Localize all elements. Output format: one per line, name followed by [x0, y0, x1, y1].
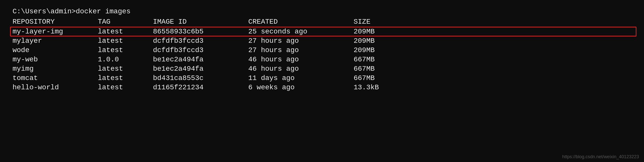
cell-size: 209MB	[354, 37, 404, 45]
cell-created: 27 hours ago	[248, 46, 354, 54]
cell-repo: my-web	[13, 56, 98, 63]
cell-size: 667MB	[354, 56, 404, 63]
cell-size: 667MB	[354, 74, 404, 82]
cell-repo: myimg	[13, 65, 98, 73]
terminal: C:\Users\admin>docker images REPOSITORY …	[0, 0, 644, 162]
cell-tag: latest	[98, 84, 153, 91]
table-header: REPOSITORY TAG IMAGE ID CREATED SIZE	[13, 18, 631, 26]
cell-tag: latest	[98, 37, 153, 45]
header-tag: TAG	[98, 18, 153, 26]
table-row: myimg latest be1ec2a494fa 46 hours ago 6…	[13, 65, 631, 73]
table-row: wode latest dcfdfb3fccd3 27 hours ago 20…	[13, 46, 631, 54]
cell-repo: my-layer-img	[13, 28, 98, 35]
cell-image-id: dcfdfb3fccd3	[153, 46, 248, 54]
header-repo: REPOSITORY	[13, 18, 98, 26]
cell-tag: 1.0.0	[98, 56, 153, 63]
watermark: https://blog.csdn.net/weixin_40123223	[562, 154, 639, 159]
cell-image-id: be1ec2a494fa	[153, 65, 248, 73]
cell-created: 25 seconds ago	[248, 28, 354, 35]
table-row: my-web 1.0.0 be1ec2a494fa 46 hours ago 6…	[13, 56, 631, 63]
cell-image-id: be1ec2a494fa	[153, 56, 248, 63]
cell-created: 27 hours ago	[248, 37, 354, 45]
command-line: C:\Users\admin>docker images	[13, 8, 631, 15]
table-body: my-layer-img latest 86558933c6b5 25 seco…	[13, 28, 631, 91]
cell-image-id: d1165f221234	[153, 84, 248, 91]
table-row: my-layer-img latest 86558933c6b5 25 seco…	[13, 28, 631, 35]
header-created: CREATED	[248, 18, 354, 26]
cell-repo: tomcat	[13, 74, 98, 82]
cell-repo: mylayer	[13, 37, 98, 45]
cell-created: 46 hours ago	[248, 65, 354, 73]
cell-tag: latest	[98, 46, 153, 54]
cell-repo: wode	[13, 46, 98, 54]
cell-size: 667MB	[354, 65, 404, 73]
table-row: mylayer latest dcfdfb3fccd3 27 hours ago…	[13, 37, 631, 45]
table-row: hello-world latest d1165f221234 6 weeks …	[13, 84, 631, 91]
cell-tag: latest	[98, 28, 153, 35]
cell-tag: latest	[98, 65, 153, 73]
cell-repo: hello-world	[13, 84, 98, 91]
cell-created: 6 weeks ago	[248, 84, 354, 91]
cell-image-id: 86558933c6b5	[153, 28, 248, 35]
header-size: SIZE	[354, 18, 404, 26]
table-row: tomcat latest bd431ca8553c 11 days ago 6…	[13, 74, 631, 82]
cell-created: 11 days ago	[248, 74, 354, 82]
cell-size: 209MB	[354, 28, 404, 35]
cell-size: 13.3kB	[354, 84, 404, 91]
cell-tag: latest	[98, 74, 153, 82]
cell-image-id: bd431ca8553c	[153, 74, 248, 82]
cell-created: 46 hours ago	[248, 56, 354, 63]
cell-image-id: dcfdfb3fccd3	[153, 37, 248, 45]
cell-size: 209MB	[354, 46, 404, 54]
header-image-id: IMAGE ID	[153, 18, 248, 26]
